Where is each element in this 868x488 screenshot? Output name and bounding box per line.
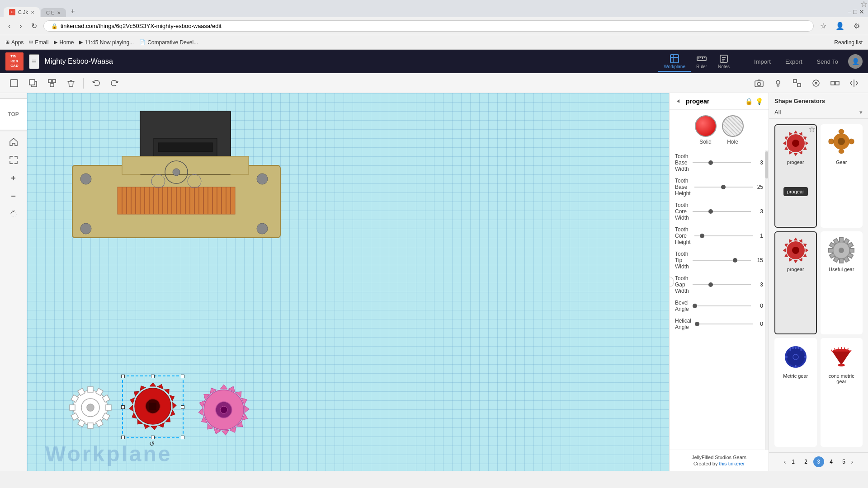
page-3-active[interactable]: 3 [813,456,824,467]
svg-marker-93 [220,385,227,389]
svg-point-179 [838,364,845,366]
pagination-prev[interactable]: ‹ [784,458,786,465]
menu-button[interactable]: ≡ [29,54,39,69]
group-icon [47,79,57,88]
handle-tr[interactable] [181,375,184,378]
shape-gen-dropdown[interactable]: All ▾ [769,106,868,119]
handle-bm[interactable] [151,436,155,439]
minimize-button[interactable]: − [848,8,851,15]
svg-point-166 [839,248,844,253]
handle-tl[interactable] [121,375,125,378]
reading-list[interactable]: Reading list [834,39,863,46]
hole-option[interactable]: Hole [722,115,744,145]
shape-item-cone-metric-gear[interactable]: cone metric gear [821,338,863,447]
bookmark-comparative[interactable]: 📄 Comparative Devel... [139,39,198,46]
home-view-button[interactable] [5,134,22,150]
tab-other[interactable]: C E ✕ [41,8,66,17]
url-bar[interactable]: 🔒 tinkercad.com/things/6q2Vc50S3YX-might… [43,20,814,32]
maximize-button[interactable]: □ [854,8,857,15]
creator-studio: JellyFilled Studios Gears [675,455,763,460]
page-5[interactable]: 5 [839,456,849,467]
extensions-button[interactable]: ⚙ [851,20,863,32]
page-1[interactable]: 1 [788,456,799,467]
bookmark-apps[interactable]: ⊞ Apps [5,39,24,46]
camera-button[interactable] [750,76,768,90]
lock-icon[interactable]: 🔒 [745,98,753,105]
bookmark-playing[interactable]: ▶ 11:45 Now playing... [79,39,134,46]
redo-button[interactable] [106,76,123,90]
active-tab[interactable]: C C Jk ✕ [4,7,40,17]
tooth-gap-width-slider[interactable] [693,284,751,285]
tooth-core-height-slider[interactable] [694,235,753,236]
svg-marker-139 [794,238,797,240]
fit-view-button[interactable] [5,152,22,168]
handle-lm[interactable] [121,405,125,409]
solid-option[interactable]: Solid [695,115,717,145]
handle-tm[interactable] [151,375,155,378]
tooth-core-width-slider[interactable] [693,211,751,212]
svg-marker-140 [799,238,803,242]
new-shape-button[interactable] [5,76,23,90]
shape-item-useful-gear[interactable]: Useful gear [821,231,863,335]
scrollbar-track[interactable] [765,150,769,450]
tab-close-2[interactable]: ✕ [57,10,61,15]
pagination-next[interactable]: › [851,458,854,465]
profile-button[interactable]: 👤 [833,20,847,32]
transform-button[interactable] [5,206,22,222]
new-tab-button[interactable]: + [67,6,78,16]
svg-marker-87 [129,397,135,404]
scrollbar-thumb[interactable] [765,151,768,178]
tooth-base-height-slider[interactable] [694,187,753,188]
tab-close[interactable]: ✕ [31,10,34,15]
canvas-area[interactable]: ↺ [27,93,669,471]
page-4[interactable]: 4 [826,456,837,467]
helical-angle-slider[interactable] [695,324,753,324]
ruler-tab[interactable]: Ruler [691,52,712,72]
copy-button[interactable] [24,76,42,90]
handle-rm[interactable] [181,405,184,409]
reload-button[interactable]: ↻ [28,20,40,32]
delete-button[interactable] [62,76,80,90]
shape-item-progear-1[interactable]: progear progear [774,124,817,228]
mirror-button[interactable] [845,76,863,90]
undo-button[interactable] [87,76,104,90]
shape-label-progear-1: progear [787,160,804,165]
grid-button[interactable] [807,76,825,90]
group-button[interactable] [43,76,61,90]
svg-line-181 [835,348,835,350]
handle-bl[interactable] [121,436,125,439]
import-button[interactable]: Import [750,56,775,67]
arrange-button[interactable] [826,76,844,90]
bookmark-button[interactable]: ☆ [817,20,829,32]
app-header: TINKERCAD ≡ Mighty Esboo-Waasa Workplane… [0,50,868,73]
view-cube[interactable]: TOP [0,99,29,130]
back-button[interactable]: ‹ [5,20,13,32]
svg-marker-141 [803,242,807,247]
workplane-tab[interactable]: Workplane [658,52,691,72]
shape-item-progear-2[interactable]: progear [774,231,817,335]
export-button[interactable]: Export [781,56,807,67]
svg-rect-91 [149,403,156,410]
workplane-label: Workplane [45,441,172,466]
visibility-icon[interactable]: 💡 [755,98,763,105]
bookmark-email[interactable]: ✉ Email [29,39,48,46]
bevel-angle-slider[interactable] [693,305,751,306]
tooth-base-width-slider[interactable] [693,162,751,163]
page-2[interactable]: 2 [801,456,811,467]
zoom-in-button[interactable]: + [5,170,22,186]
notes-tab[interactable]: Notes [712,52,735,72]
close-button[interactable]: ✕ [859,8,864,15]
send-to-button[interactable]: Send To [812,56,843,67]
tinkerer-link[interactable]: this tinkerer [719,461,745,466]
shape-item-metric-gear[interactable]: Metric gear [774,338,817,447]
snap-button[interactable] [788,76,806,90]
tooth-tip-width-slider[interactable] [693,260,751,261]
user-avatar[interactable]: 👤 [848,54,863,69]
bookmark-home[interactable]: ▶ Home [54,39,74,46]
forward-button[interactable]: › [17,20,24,32]
zoom-out-button[interactable]: − [5,188,22,204]
handle-br[interactable] [181,436,184,439]
selected-gear-container[interactable]: ↺ [122,375,184,438]
shape-item-gear[interactable]: Gear [821,124,863,228]
light-button[interactable] [769,76,787,90]
